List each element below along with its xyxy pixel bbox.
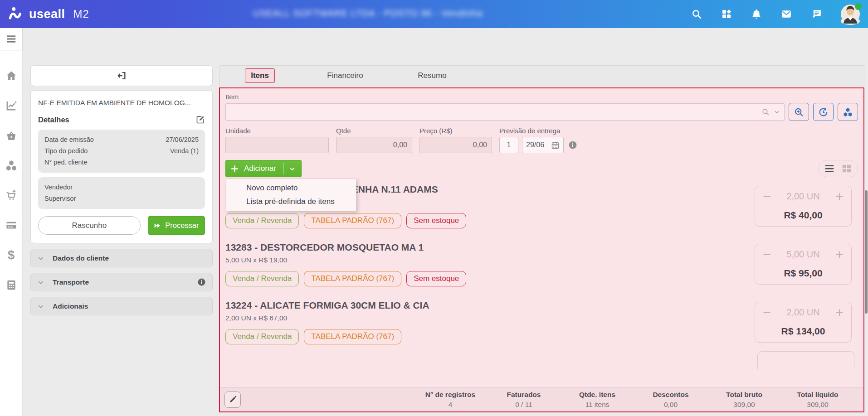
item-total: R$ 95,00 (762, 268, 844, 279)
item-entry-form: Item (220, 88, 863, 177)
menu-item-lista-predefinida[interactable]: Lista pré-definida de itens (226, 195, 356, 208)
transport-info-icon[interactable] (197, 278, 206, 286)
brand-logo[interactable]: useall M2 (8, 6, 89, 22)
item-catalog-cubes-button[interactable] (838, 103, 858, 121)
people-info-box: Vendedor Supervisor (38, 177, 205, 209)
footer-col-total-bruto: Total bruto 309,00 (707, 390, 781, 409)
price-input[interactable]: 0,00 (419, 137, 492, 153)
process-button[interactable]: Processar (148, 216, 205, 235)
finance-dollar-icon[interactable]: $ (5, 249, 17, 261)
decrease-qty-icon[interactable] (762, 250, 771, 259)
item-qty: 5,00 UN (786, 249, 819, 260)
qty-input[interactable]: 0,00 (336, 137, 412, 153)
home-icon[interactable] (5, 70, 17, 82)
increase-qty-icon[interactable] (835, 250, 844, 259)
tag-tabela-padrao: TABELA PADRÃO (767) (304, 329, 401, 344)
company-name-blurred: USEALL SOFTWARE LTDA - POSTO 96 - Vendin… (253, 8, 483, 19)
accordion-additional[interactable]: Adicionais (30, 297, 213, 315)
info-row-seller: Vendedor (44, 182, 199, 193)
decrease-qty-icon[interactable] (762, 192, 771, 201)
plus-icon (226, 165, 243, 173)
price-field-label: Preço (R$) (419, 127, 492, 135)
add-item-button[interactable]: Adicionar (225, 160, 302, 177)
item-lookup-magnifier-icon (761, 108, 770, 116)
chevron-down-icon (37, 303, 44, 310)
edit-details-icon[interactable] (196, 115, 205, 124)
increase-qty-icon[interactable] (835, 192, 844, 201)
item-history-button[interactable] (813, 103, 834, 121)
emission-date-value: 27/06/2025 (166, 134, 199, 145)
order-items-panel: Itens Financeiro Resumo Item (219, 65, 864, 412)
zoom-in-search-button[interactable] (789, 103, 809, 121)
chevron-down-icon (37, 255, 44, 262)
order-details-card: NF-E EMITIDA EM AMBIENTE DE HOMOLOG... D… (30, 90, 213, 243)
mail-icon[interactable] (781, 9, 792, 19)
tag-venda-revenda: Venda / Revenda (225, 329, 299, 344)
unit-input[interactable] (225, 137, 329, 153)
item-field-label: Item (225, 93, 858, 101)
scrollbar-thumb[interactable] (865, 190, 868, 314)
info-row-emission-date: Data de emissão 27/06/2025 (44, 134, 199, 145)
footer-col-registros: N° de registros 4 (414, 390, 487, 409)
hamburger-menu-icon[interactable] (0, 28, 22, 50)
order-side-panel: NF-E EMITIDA EM AMBIENTE DE HOMOLOG... D… (30, 65, 213, 412)
order-type-value: Venda (1) (170, 145, 199, 157)
view-toggle (818, 160, 858, 177)
delivery-days-input[interactable]: 1 (499, 137, 518, 153)
sales-chart-icon[interactable] (5, 100, 17, 111)
draft-button[interactable]: Rascunho (38, 216, 141, 235)
item-subtitle: 5,00 UN x R$ 19,00 (225, 256, 755, 264)
cart-add-icon[interactable] (5, 189, 17, 201)
item-subtitle: 2,00 UN x R$ 67,00 (225, 314, 755, 322)
vertical-scrollbar[interactable] (864, 67, 868, 412)
products-cubes-icon[interactable] (5, 160, 17, 171)
grid-view-icon[interactable] (842, 164, 852, 173)
tab-financeiro[interactable]: Financeiro (302, 69, 388, 82)
add-item-caret-icon[interactable] (284, 165, 301, 172)
chevron-down-icon (37, 279, 44, 286)
cubes-icon (843, 107, 853, 117)
menu-item-novo-completo[interactable]: Novo completo (226, 181, 356, 195)
tab-resumo[interactable]: Resumo (398, 69, 466, 82)
item-title: 13283 - DESTORCEDOR MOSQUETAO MA 1 (225, 242, 755, 253)
item-qty: 2,00 UN (786, 307, 819, 318)
exit-order-button[interactable] (30, 65, 213, 86)
add-item-dropdown-menu: Novo completo Lista pré-definida de iten… (226, 179, 356, 211)
footer-col-faturados: Faturados 0 / 11 (487, 390, 561, 409)
credit-card-icon[interactable] (5, 219, 17, 231)
edit-items-button[interactable] (224, 392, 241, 408)
tab-bar: Itens Financeiro Resumo (219, 65, 864, 86)
user-avatar[interactable] (841, 5, 860, 24)
history-icon (818, 107, 829, 117)
accordion-transport[interactable]: Transporte (30, 273, 213, 291)
decrease-qty-icon[interactable] (762, 308, 771, 317)
delivery-info-icon[interactable] (568, 140, 577, 150)
footer-col-qtde-itens: Qtde. itens 11 itens (561, 390, 634, 409)
calendar-icon[interactable] (551, 141, 560, 150)
details-title: Detalhes (38, 116, 69, 124)
tab-itens[interactable]: Itens (245, 68, 275, 83)
tag-tabela-padrao: TABELA PADRÃO (767) (304, 271, 401, 286)
list-view-icon[interactable] (824, 164, 834, 173)
fast-forward-icon (154, 222, 161, 229)
item-total: R$ 134,00 (762, 326, 844, 337)
brand-name: useall (29, 7, 65, 21)
apps-grid-icon[interactable] (721, 9, 732, 19)
item-row[interactable]: 13283 - DESTORCEDOR MOSQUETAO MA 1 5,00 … (225, 235, 858, 293)
increase-qty-icon[interactable] (835, 308, 844, 317)
pencil-icon (229, 395, 237, 404)
item-row[interactable]: 13224 - ALICATE FORMIGA 30CM ELIO & CIA … (225, 293, 858, 351)
tag-sem-estoque: Sem estoque (406, 271, 466, 286)
accordion-customer-data[interactable]: Dados do cliente (30, 249, 213, 267)
tag-tabela-padrao: TABELA PADRÃO (767) (304, 213, 401, 228)
calculator-icon[interactable] (5, 279, 17, 291)
notifications-bell-icon[interactable] (751, 9, 762, 19)
left-icon-rail: $ (0, 28, 23, 416)
item-search-input[interactable] (225, 103, 785, 121)
search-icon[interactable] (691, 9, 702, 19)
chat-icon[interactable] (811, 9, 822, 19)
item-row-partial[interactable] (225, 351, 858, 369)
basket-icon[interactable] (5, 130, 17, 141)
delivery-date-input[interactable]: 29/06 (522, 137, 564, 153)
quantity-stepper: 5,00 UN R$ 95,00 (755, 244, 852, 285)
